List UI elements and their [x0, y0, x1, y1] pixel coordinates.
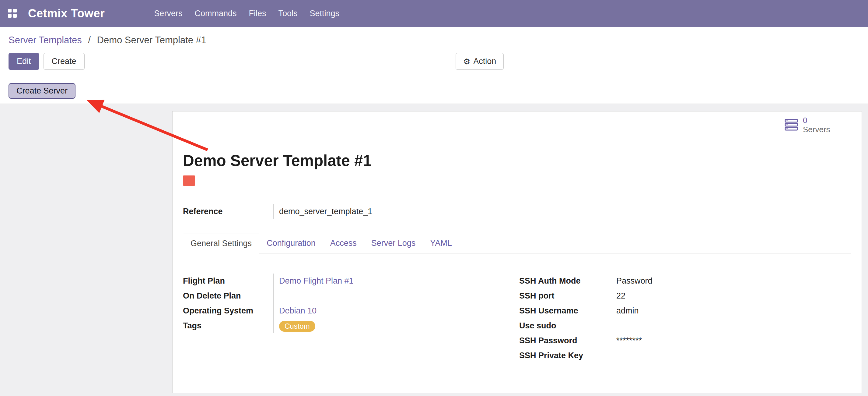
- servers-stat-button[interactable]: 0 Servers: [779, 112, 862, 138]
- form-toolbar: Edit Create ⚙ Action: [0, 48, 868, 77]
- apps-grid-dot: [8, 14, 11, 18]
- field-label-operating-system: Operating System: [183, 303, 273, 318]
- tab-general-settings[interactable]: General Settings: [183, 234, 259, 253]
- field-value-operating-system: Debian 10: [273, 303, 519, 318]
- field-value-ssh-auth-mode: Password: [610, 274, 851, 288]
- apps-grid-dot: [13, 9, 17, 12]
- top-nav: Cetmix Tower Servers Commands Files Tool…: [0, 0, 868, 27]
- field-label-ssh-port: SSH port: [519, 288, 610, 303]
- field-value-ssh-password: ********: [610, 333, 851, 348]
- content-area: 0 Servers Demo Server Template #1 Refere…: [0, 104, 868, 396]
- field-label-on-delete-plan: On Delete Plan: [183, 288, 273, 303]
- stat-count: 0: [803, 116, 830, 125]
- field-value-reference: demo_server_template_1: [273, 204, 851, 219]
- apps-grid-dot: [8, 9, 11, 12]
- field-label-ssh-private-key: SSH Private Key: [519, 348, 610, 363]
- color-swatch[interactable]: [183, 175, 195, 186]
- create-server-button[interactable]: Create Server: [8, 83, 75, 99]
- apps-grid-dot: [13, 14, 17, 18]
- tab-server-logs[interactable]: Server Logs: [364, 234, 423, 253]
- field-group-left: Flight Plan Demo Flight Plan #1 On Delet…: [183, 274, 519, 363]
- template-form-card: 0 Servers Demo Server Template #1 Refere…: [172, 111, 862, 393]
- brand-title[interactable]: Cetmix Tower: [28, 7, 105, 20]
- field-group-right: SSH Auth Mode Password SSH port 22 SSH U…: [519, 274, 851, 363]
- servers-icon: [785, 119, 798, 131]
- nav-item-tools[interactable]: Tools: [272, 9, 304, 18]
- field-value-ssh-port: 22: [610, 288, 851, 303]
- tab-configuration[interactable]: Configuration: [259, 234, 323, 253]
- apps-grid-icon[interactable]: [8, 9, 17, 18]
- breadcrumb: Server Templates / Demo Server Template …: [0, 27, 868, 48]
- notebook-tabs: General Settings Configuration Access Se…: [183, 234, 851, 253]
- stat-text: 0 Servers: [803, 116, 830, 134]
- edit-button[interactable]: Edit: [8, 53, 39, 70]
- gear-icon: ⚙: [463, 58, 470, 65]
- nav-item-servers[interactable]: Servers: [148, 9, 188, 18]
- nav-menu: Servers Commands Files Tools Settings: [148, 9, 345, 18]
- breadcrumb-separator: /: [88, 35, 91, 46]
- field-value-flight-plan: Demo Flight Plan #1: [273, 274, 519, 288]
- nav-item-files[interactable]: Files: [243, 9, 272, 18]
- field-value-ssh-username: admin: [610, 303, 851, 318]
- field-value-use-sudo: [610, 318, 851, 333]
- field-groups: Flight Plan Demo Flight Plan #1 On Delet…: [183, 274, 851, 363]
- tab-yaml[interactable]: YAML: [423, 234, 459, 253]
- breadcrumb-current: Demo Server Template #1: [97, 35, 207, 46]
- card-body: Demo Server Template #1 Reference demo_s…: [173, 138, 862, 363]
- field-label-flight-plan: Flight Plan: [183, 274, 273, 288]
- field-label-tags: Tags: [183, 318, 273, 333]
- create-button[interactable]: Create: [43, 53, 85, 70]
- flight-plan-link[interactable]: Demo Flight Plan #1: [279, 276, 354, 285]
- reference-row: Reference demo_server_template_1: [183, 204, 851, 219]
- operating-system-link[interactable]: Debian 10: [279, 306, 316, 315]
- field-label-use-sudo: Use sudo: [519, 318, 610, 333]
- field-label-ssh-auth-mode: SSH Auth Mode: [519, 274, 610, 288]
- tab-access[interactable]: Access: [323, 234, 364, 253]
- smart-button-strip: Create Server: [0, 77, 868, 104]
- stat-label: Servers: [803, 125, 830, 134]
- field-value-tags: Custom: [273, 318, 519, 333]
- field-value-on-delete-plan: [273, 288, 519, 303]
- record-title: Demo Server Template #1: [183, 152, 851, 170]
- breadcrumb-link-server-templates[interactable]: Server Templates: [8, 35, 82, 46]
- button-box: 0 Servers: [173, 112, 862, 138]
- nav-item-settings[interactable]: Settings: [304, 9, 345, 18]
- field-label-ssh-password: SSH Password: [519, 333, 610, 348]
- action-button[interactable]: ⚙ Action: [456, 53, 504, 70]
- nav-item-commands[interactable]: Commands: [188, 9, 243, 18]
- tag-custom: Custom: [279, 321, 315, 332]
- action-button-label: Action: [473, 57, 496, 65]
- field-value-ssh-private-key: [610, 348, 851, 363]
- field-label-ssh-username: SSH Username: [519, 303, 610, 318]
- field-label-reference: Reference: [183, 204, 273, 219]
